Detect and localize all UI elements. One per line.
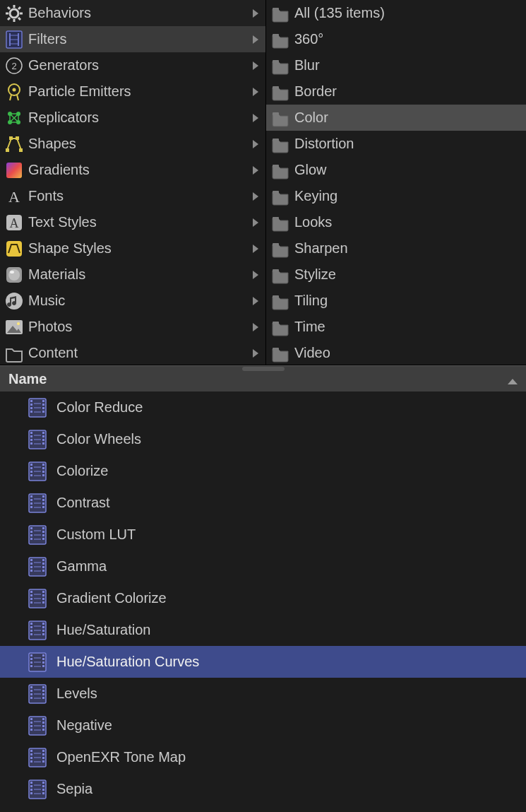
folder-label: Stylize <box>294 266 519 283</box>
item-hue-saturation-curves[interactable]: Hue/Saturation Curves <box>0 646 526 678</box>
music-icon <box>4 291 24 311</box>
category-behaviors[interactable]: Behaviors <box>0 0 265 26</box>
category-shape-styles[interactable]: Shape Styles <box>0 235 265 261</box>
gradient-icon <box>4 160 24 180</box>
category-label: Behaviors <box>28 5 253 21</box>
category-filters[interactable]: Filters <box>0 26 265 52</box>
category-label: Shape Styles <box>28 240 253 257</box>
folder-distortion[interactable]: Distortion <box>266 131 526 157</box>
folder-icon <box>270 291 290 311</box>
textstyle-icon <box>4 213 24 233</box>
folder-sharpen[interactable]: Sharpen <box>266 235 526 261</box>
filmstrip-icon <box>27 779 48 800</box>
item-label: Gradient Colorize <box>56 590 167 606</box>
item-label: Color Wheels <box>56 431 141 447</box>
folder-color[interactable]: Color <box>266 105 526 131</box>
chevron-right-icon <box>253 323 258 331</box>
category-fonts[interactable]: Fonts <box>0 183 265 209</box>
item-gamma[interactable]: Gamma <box>0 551 526 582</box>
emitter-icon <box>4 82 24 102</box>
item-label: OpenEXR Tone Map <box>56 749 186 765</box>
folder-time[interactable]: Time <box>266 314 526 340</box>
chevron-right-icon <box>253 35 258 44</box>
category-text-styles[interactable]: Text Styles <box>0 209 265 235</box>
item-label: Custom LUT <box>56 526 136 543</box>
folder-all-135-items-[interactable]: All (135 items) <box>266 0 526 26</box>
item-contrast[interactable]: Contrast <box>0 487 526 519</box>
folder-label: Sharpen <box>294 240 519 257</box>
category-content[interactable]: Content <box>0 340 265 365</box>
item-hue-saturation[interactable]: Hue/Saturation <box>0 614 526 646</box>
folder-label: Looks <box>294 214 519 230</box>
chevron-right-icon <box>253 88 258 96</box>
item-label: Negative <box>56 717 112 734</box>
folder-icon <box>270 108 290 128</box>
folder-icon <box>270 187 290 206</box>
folder-glow[interactable]: Glow <box>266 157 526 183</box>
item-negative[interactable]: Negative <box>0 710 526 741</box>
folder-label: Time <box>294 319 519 335</box>
item-label: Hue/Saturation <box>56 622 150 638</box>
item-label: Gamma <box>56 558 107 575</box>
folder-label: Video <box>294 345 519 361</box>
folder-icon <box>270 213 290 233</box>
category-particle-emitters[interactable]: Particle Emitters <box>0 78 265 105</box>
item-sepia[interactable]: Sepia <box>0 773 526 805</box>
folder-icon <box>270 134 290 154</box>
shapetool-icon <box>4 134 24 154</box>
folder-icon <box>270 4 290 23</box>
category-photos[interactable]: Photos <box>0 314 265 340</box>
filmstrip-icon <box>27 493 48 514</box>
pane-resize-handle[interactable] <box>242 367 285 371</box>
folder-tiling[interactable]: Tiling <box>266 288 526 314</box>
category-generators[interactable]: Generators <box>0 52 265 78</box>
category-label: Filters <box>28 31 253 47</box>
item-color-reduce[interactable]: Color Reduce <box>0 392 526 423</box>
folder-icon <box>270 56 290 76</box>
item-gradient-colorize[interactable]: Gradient Colorize <box>0 582 526 614</box>
item-levels[interactable]: Levels <box>0 678 526 710</box>
folder-label: 360° <box>294 31 519 47</box>
folder-icon <box>270 265 290 285</box>
folder-looks[interactable]: Looks <box>266 209 526 235</box>
folder-blur[interactable]: Blur <box>266 52 526 78</box>
category-label: Photos <box>28 319 253 335</box>
filmstrip-icon <box>27 715 48 736</box>
photo-icon <box>4 317 24 337</box>
folder-360-[interactable]: 360° <box>266 26 526 52</box>
folder-video[interactable]: Video <box>266 340 526 365</box>
category-gradients[interactable]: Gradients <box>0 157 265 183</box>
folder-label: Color <box>294 110 519 126</box>
item-openexr-tone-map[interactable]: OpenEXR Tone Map <box>0 741 526 773</box>
filmstrip-icon <box>27 429 48 450</box>
material-icon <box>4 265 24 285</box>
chevron-right-icon <box>253 245 258 253</box>
filmstrip-icon <box>27 524 48 546</box>
chevron-right-icon <box>253 192 258 201</box>
chevron-right-icon <box>253 114 258 122</box>
category-replicators[interactable]: Replicators <box>0 105 265 131</box>
folder-stylize[interactable]: Stylize <box>266 261 526 288</box>
chevron-right-icon <box>253 218 258 227</box>
chevron-right-icon <box>253 271 258 279</box>
folder-icon <box>270 239 290 259</box>
item-custom-lut[interactable]: Custom LUT <box>0 519 526 551</box>
folder-label: Keying <box>294 188 519 204</box>
folder-keying[interactable]: Keying <box>266 183 526 209</box>
category-materials[interactable]: Materials <box>0 261 265 288</box>
item-color-wheels[interactable]: Color Wheels <box>0 423 526 455</box>
category-shapes[interactable]: Shapes <box>0 131 265 157</box>
category-label: Shapes <box>28 136 253 152</box>
filmstrip-icon <box>27 652 48 673</box>
folder-icon <box>270 317 290 337</box>
item-colorize[interactable]: Colorize <box>0 455 526 487</box>
category-label: Text Styles <box>28 214 253 230</box>
filmstrip-icon <box>27 556 48 577</box>
folder-icon <box>270 30 290 49</box>
chevron-right-icon <box>253 349 258 358</box>
category-music[interactable]: Music <box>0 288 265 314</box>
shapestyle-icon <box>4 239 24 259</box>
item-label: Levels <box>56 686 97 702</box>
folder-border[interactable]: Border <box>266 78 526 105</box>
folder-icon <box>4 343 24 363</box>
